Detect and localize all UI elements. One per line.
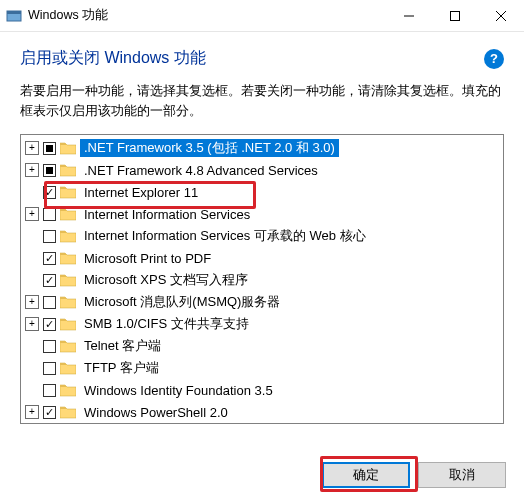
expand-icon[interactable]: +: [25, 295, 39, 309]
tree-label: .NET Framework 4.8 Advanced Services: [80, 163, 322, 178]
help-icon[interactable]: ?: [484, 49, 504, 69]
tree-label: Microsoft XPS 文档写入程序: [80, 271, 252, 289]
folder-icon: [60, 317, 76, 331]
folder-icon: [60, 163, 76, 177]
expand-icon[interactable]: +: [25, 163, 39, 177]
tree-row[interactable]: +Windows Process Activation Service: [21, 423, 503, 424]
tree-row[interactable]: +Windows Identity Foundation 3.5: [21, 379, 503, 401]
content-area: 启用或关闭 Windows 功能 ? 若要启用一种功能，请选择其复选框。若要关闭…: [0, 32, 524, 500]
folder-icon: [60, 339, 76, 353]
expand-icon[interactable]: +: [25, 317, 39, 331]
tree-row[interactable]: +.NET Framework 3.5 (包括 .NET 2.0 和 3.0): [21, 137, 503, 159]
checkbox[interactable]: [43, 318, 56, 331]
folder-icon: [60, 273, 76, 287]
folder-icon: [60, 251, 76, 265]
tree-row[interactable]: +SMB 1.0/CIFS 文件共享支持: [21, 313, 503, 335]
tree-label: Telnet 客户端: [80, 337, 165, 355]
tree-row[interactable]: +Internet Information Services: [21, 203, 503, 225]
ok-button[interactable]: 确定: [322, 462, 410, 488]
page-subtitle: 若要启用一种功能，请选择其复选框。若要关闭一种功能，请清除其复选框。填充的框表示…: [20, 81, 504, 120]
tree-label: .NET Framework 3.5 (包括 .NET 2.0 和 3.0): [80, 139, 339, 157]
checkbox[interactable]: [43, 384, 56, 397]
tree-label: Windows Identity Foundation 3.5: [80, 383, 277, 398]
checkbox[interactable]: [43, 406, 56, 419]
tree-row[interactable]: +Microsoft 消息队列(MSMQ)服务器: [21, 291, 503, 313]
tree-label: Internet Explorer 11: [80, 185, 202, 200]
tree-row[interactable]: +Windows PowerShell 2.0: [21, 401, 503, 423]
expand-icon[interactable]: +: [25, 405, 39, 419]
cancel-button[interactable]: 取消: [418, 462, 506, 488]
folder-icon: [60, 141, 76, 155]
expand-icon[interactable]: +: [25, 207, 39, 221]
svg-rect-1: [7, 11, 21, 14]
tree-label: SMB 1.0/CIFS 文件共享支持: [80, 315, 253, 333]
checkbox[interactable]: [43, 208, 56, 221]
checkbox[interactable]: [43, 230, 56, 243]
folder-icon: [60, 207, 76, 221]
folder-icon: [60, 361, 76, 375]
tree-row[interactable]: +Microsoft XPS 文档写入程序: [21, 269, 503, 291]
checkbox[interactable]: [43, 274, 56, 287]
window-title: Windows 功能: [28, 7, 108, 24]
folder-icon: [60, 185, 76, 199]
maximize-button[interactable]: [432, 0, 478, 32]
features-tree[interactable]: +.NET Framework 3.5 (包括 .NET 2.0 和 3.0)+…: [20, 134, 504, 424]
checkbox[interactable]: [43, 142, 56, 155]
checkbox[interactable]: [43, 252, 56, 265]
expand-icon[interactable]: +: [25, 141, 39, 155]
svg-rect-3: [451, 11, 460, 20]
tree-row[interactable]: +Telnet 客户端: [21, 335, 503, 357]
folder-icon: [60, 229, 76, 243]
tree-label: Windows PowerShell 2.0: [80, 405, 232, 420]
tree-label: Internet Information Services: [80, 207, 254, 222]
checkbox[interactable]: [43, 164, 56, 177]
app-icon: [6, 8, 22, 24]
minimize-button[interactable]: [386, 0, 432, 32]
tree-row[interactable]: +Internet Explorer 11: [21, 181, 503, 203]
checkbox[interactable]: [43, 296, 56, 309]
tree-row[interactable]: +.NET Framework 4.8 Advanced Services: [21, 159, 503, 181]
page-heading: 启用或关闭 Windows 功能: [20, 48, 484, 69]
checkbox[interactable]: [43, 186, 56, 199]
folder-icon: [60, 405, 76, 419]
tree-label: Internet Information Services 可承载的 Web 核…: [80, 227, 370, 245]
checkbox[interactable]: [43, 340, 56, 353]
tree-label: TFTP 客户端: [80, 359, 163, 377]
close-button[interactable]: [478, 0, 524, 32]
checkbox[interactable]: [43, 362, 56, 375]
tree-row[interactable]: +Microsoft Print to PDF: [21, 247, 503, 269]
tree-label: Microsoft 消息队列(MSMQ)服务器: [80, 293, 284, 311]
tree-row[interactable]: +Internet Information Services 可承载的 Web …: [21, 225, 503, 247]
folder-icon: [60, 383, 76, 397]
folder-icon: [60, 295, 76, 309]
tree-row[interactable]: +TFTP 客户端: [21, 357, 503, 379]
tree-label: Microsoft Print to PDF: [80, 251, 215, 266]
titlebar: Windows 功能: [0, 0, 524, 32]
